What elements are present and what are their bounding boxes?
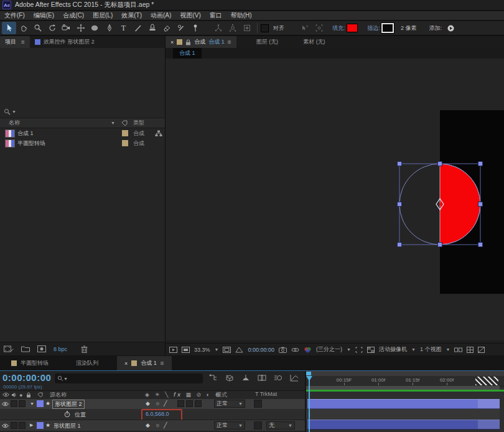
position-property-row[interactable]: 位置 6.0,568.0	[0, 409, 305, 420]
quality-switch-icon[interactable]: ☼	[155, 400, 160, 406]
solo-toggle[interactable]	[19, 422, 26, 429]
quality-switch-icon[interactable]: ☼	[155, 422, 160, 428]
hand-tool[interactable]	[16, 22, 30, 34]
view-count-selector[interactable]: 1 个视图	[420, 345, 442, 354]
comp-mini-flowchart-icon[interactable]	[209, 374, 218, 382]
roto-brush-tool[interactable]	[174, 22, 188, 34]
draft-3d-icon[interactable]	[225, 374, 234, 382]
eye-icon[interactable]	[2, 401, 9, 406]
timeline-search[interactable]: ▼	[55, 373, 203, 383]
collapse-triangle-icon[interactable]: ▶	[30, 423, 33, 428]
clone-stamp-tool[interactable]	[145, 22, 159, 34]
active-camera-selector[interactable]: 活动摄像机	[379, 345, 407, 354]
tab-halfcircle-comp[interactable]: 半圆型转场	[4, 356, 56, 370]
menu-file[interactable]: 文件(F)	[4, 11, 25, 20]
current-timecode[interactable]: 0:00:00:00	[2, 372, 51, 383]
solo-toggle[interactable]	[19, 400, 26, 407]
comp-label-swatch[interactable]	[177, 39, 182, 45]
camera-dropdown-icon[interactable]: ▼	[411, 347, 416, 352]
preserve-transparency-toggle[interactable]	[254, 400, 262, 408]
always-preview-icon[interactable]	[169, 347, 177, 353]
3d-switch[interactable]	[195, 400, 202, 407]
stroke-label[interactable]: 描边:	[368, 24, 381, 32]
menu-animation[interactable]: 动画(A)	[151, 11, 171, 20]
share-view-icon[interactable]	[454, 347, 462, 353]
time-navigator[interactable]	[306, 371, 504, 376]
pen-tool[interactable]	[102, 22, 116, 34]
project-columns-header[interactable]: 名称 ▼ 类型	[0, 118, 165, 128]
mask-visibility-icon[interactable]	[235, 347, 243, 353]
pixel-aspect-icon[interactable]	[478, 347, 485, 353]
frame-blend-switch[interactable]	[177, 400, 184, 407]
graph-editor-icon[interactable]	[290, 374, 299, 382]
snap-label[interactable]: 对齐	[273, 24, 284, 32]
show-snapshot-icon[interactable]	[291, 347, 299, 353]
effects-switch-icon[interactable]: ╱	[164, 422, 167, 428]
property-name[interactable]: 位置	[75, 411, 86, 419]
snap-checkbox[interactable]	[261, 24, 269, 32]
views-dropdown-icon[interactable]: ▼	[446, 347, 450, 352]
new-folder-icon[interactable]	[21, 345, 30, 352]
navigator-start-handle[interactable]	[306, 372, 311, 375]
safe-margins-icon[interactable]	[223, 347, 231, 353]
trkmat-select[interactable]: 无▼	[266, 421, 295, 430]
shape-tool[interactable]	[88, 22, 102, 34]
composition-viewport[interactable]	[166, 59, 504, 340]
preserve-transparency-toggle[interactable]	[254, 421, 262, 430]
label-column-icon[interactable]	[121, 120, 128, 126]
tab-layer[interactable]: 图层 (无)	[251, 36, 284, 48]
layer-row-2[interactable]: ▶ ★ 形状图层 1 ◆ ☼ ╱ 正常▼ 无▼	[0, 420, 305, 431]
interpret-footage-icon[interactable]	[4, 345, 14, 353]
pan-behind-tool[interactable]	[73, 22, 88, 34]
layer-bar-2[interactable]	[307, 420, 500, 430]
layer-row-1[interactable]: ▼ ★ 形状图层 2 ◆ ☼ ╱ 正常▼	[0, 399, 305, 409]
resolution-value[interactable]: (三分之一)	[316, 345, 342, 354]
label-swatch[interactable]	[122, 140, 128, 146]
label-swatch[interactable]	[122, 130, 128, 136]
layer-label-swatch[interactable]	[37, 400, 44, 407]
tab-comp1-timeline[interactable]: × 合成 1 ≡	[117, 356, 172, 370]
time-ruler[interactable]: 00:15F 01:00f 01:15f 02:00f	[306, 376, 504, 387]
selection-tool[interactable]	[2, 22, 16, 34]
resolution-dropdown-icon[interactable]: ▼	[347, 347, 351, 352]
eye-icon[interactable]	[2, 423, 9, 428]
flowchart-icon[interactable]	[155, 130, 162, 137]
blend-mode-select[interactable]: 正常▼	[214, 400, 245, 408]
region-of-interest-icon[interactable]	[355, 347, 363, 353]
snapshot-icon[interactable]	[279, 347, 287, 353]
eraser-tool[interactable]	[159, 22, 174, 34]
project-search[interactable]: ▼	[0, 106, 165, 118]
close-icon[interactable]: ×	[124, 360, 128, 367]
layer-label-swatch[interactable]	[37, 422, 44, 429]
tab-effect-controls[interactable]: 效果控件 形状图层 2	[30, 36, 100, 48]
stroke-color-swatch[interactable]	[381, 23, 394, 33]
brush-tool[interactable]	[131, 22, 145, 34]
panel-menu-icon[interactable]: ≡	[21, 39, 25, 45]
add-shape-button[interactable]	[444, 22, 458, 34]
tab-composition[interactable]: × 合成 合成 1 ≡	[166, 36, 236, 48]
new-composition-icon[interactable]	[37, 345, 46, 352]
lock-icon[interactable]	[185, 39, 191, 45]
transparency-grid-icon[interactable]	[367, 347, 375, 353]
navigator-end-handle[interactable]	[475, 377, 498, 385]
layer-name[interactable]: 形状图层 1	[54, 422, 81, 430]
menu-view[interactable]: 视图(V)	[180, 11, 200, 20]
zoom-tool[interactable]	[30, 22, 45, 34]
audio-toggle[interactable]	[11, 422, 17, 429]
trash-icon[interactable]	[81, 345, 88, 353]
panel-menu-icon[interactable]: ≡	[161, 360, 164, 367]
puppet-pin-tool[interactable]	[188, 22, 202, 34]
menu-effect[interactable]: 效果(T)	[121, 11, 142, 20]
motion-blur-switch[interactable]	[186, 400, 193, 407]
comp-subtab[interactable]: 合成 1	[173, 48, 202, 59]
tab-footage[interactable]: 素材 (无)	[298, 36, 330, 48]
column-type[interactable]: 类型	[133, 119, 144, 127]
layer-bar-1[interactable]	[307, 399, 500, 409]
panel-menu-icon[interactable]: ≡	[228, 39, 231, 45]
fill-color-swatch[interactable]	[347, 24, 358, 32]
column-trkmat[interactable]: T TrkMat	[255, 391, 277, 397]
type-tool[interactable]: T	[116, 22, 131, 34]
project-item-name[interactable]: 半圆型转场	[17, 139, 45, 148]
menu-layer[interactable]: 图层(L)	[93, 11, 113, 20]
layer-name[interactable]: 形状图层 2	[52, 400, 85, 409]
